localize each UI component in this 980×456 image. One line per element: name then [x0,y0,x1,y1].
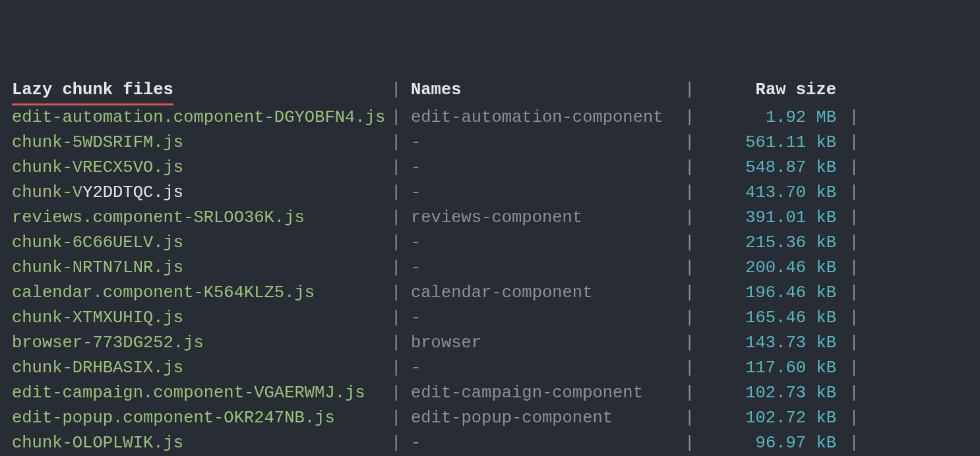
raw-size: 215.36 kB [745,233,836,252]
table-row: chunk-5WDSRIFM.js|-|561.11 kB | [12,130,968,156]
table-row: chunk-OLOPLWIK.js|-|96.97 kB | [12,431,968,456]
pipe-separator: | [685,256,704,281]
pipe-separator: | [836,406,859,431]
file-name: chunk-DRHBASIX.js [12,358,183,378]
chunk-name: browser [411,333,481,353]
pipe-separator: | [391,130,411,156]
pipe-separator: | [685,381,704,406]
table-row: browser-773DG252.js|browser|143.73 kB | [12,331,968,356]
raw-size: 1.92 MB [766,108,836,127]
pipe-separator: | [391,431,411,456]
file-name: chunk-OLOPLWIK.js [12,434,183,453]
pipe-separator: | [391,206,411,231]
chunk-name: reviews-component [411,208,582,227]
pipe-separator: | [391,406,411,431]
pipe-separator: | [836,105,859,130]
pipe-separator: | [836,256,859,281]
pipe-separator: | [685,206,704,231]
chunk-name: edit-automation-component [411,108,663,127]
pipe-separator: | [391,78,411,103]
file-name: calendar.component-K564KLZ5.js [12,283,315,302]
pipe-separator: | [836,381,859,406]
pipe-separator: | [836,306,859,331]
raw-size: 561.11 kB [745,133,836,152]
pipe-separator: | [391,356,411,381]
table-row: chunk-VY2DDTQC.js|-|413.70 kB | [12,181,968,206]
chunk-name: - [411,308,421,328]
table-row: calendar.component-K564KLZ5.js|calendar-… [12,281,968,306]
table-row: chunk-XTMXUHIQ.js|-|165.46 kB | [12,306,968,331]
file-name: chunk-VRECX5VO.js [12,158,183,177]
pipe-separator: | [836,181,859,206]
col-header-names: Names [411,80,462,100]
pipe-separator: | [391,306,411,331]
pipe-separator: | [685,231,704,256]
table-row: chunk-DRHBASIX.js|-|117.60 kB | [12,356,968,381]
file-name: browser-773DG252.js [12,333,204,353]
raw-size: 143.73 kB [745,333,836,353]
raw-size: 102.72 kB [745,409,836,428]
raw-size: 117.60 kB [745,358,836,378]
table-row: chunk-VRECX5VO.js|-|548.87 kB | [12,156,968,181]
raw-size: 200.46 kB [745,258,836,277]
chunk-name: - [411,358,421,378]
file-name: reviews.component-SRLOO36K.js [12,208,305,227]
pipe-separator: | [391,181,411,206]
pipe-separator: | [836,281,859,306]
table-row: reviews.component-SRLOO36K.js|reviews-co… [12,206,968,231]
pipe-separator: | [836,356,859,381]
pipe-separator: | [685,281,704,306]
file-name: chunk-XTMXUHIQ.js [12,308,183,328]
pipe-separator: | [391,156,411,181]
table-row: edit-automation.component-DGYOBFN4.js|ed… [12,105,968,130]
table-row: edit-campaign.component-VGAERWMJ.js|edit… [12,381,968,406]
file-name: chunk-5WDSRIFM.js [12,133,183,152]
chunk-name: - [411,183,421,202]
pipe-separator: | [685,130,704,156]
pipe-separator: | [685,78,704,103]
table-row: chunk-NRTN7LNR.js|-|200.46 kB | [12,256,968,281]
chunk-name: calendar-component [411,283,592,302]
raw-size: 102.73 kB [745,384,836,403]
pipe-separator: | [391,105,411,130]
raw-size: 96.97 kB [756,434,836,453]
pipe-separator: | [685,331,704,356]
pipe-separator: | [391,231,411,256]
pipe-separator: | [685,181,704,206]
pipe-separator: | [836,331,859,356]
chunk-name: - [411,158,421,177]
pipe-separator: | [836,231,859,256]
terminal-output: Lazy chunk files|Names|Raw sizeedit-auto… [0,0,980,456]
pipe-separator: | [685,406,704,431]
file-name: edit-popup.component-OKR247NB.js [12,409,335,428]
pipe-separator: | [685,105,704,130]
file-name: chunk-6C66UELV.js [12,233,183,252]
chunk-name: edit-popup-component [411,409,613,428]
chunk-name: - [411,233,421,252]
file-name: chunk-NRTN7LNR.js [12,258,183,277]
pipe-separator: | [836,156,859,181]
pipe-separator: | [685,431,704,456]
file-name: Y2DDTQC.js [82,183,183,202]
file-name: edit-campaign.component-VGAERWMJ.js [12,384,365,403]
table-row: chunk-6C66UELV.js|-|215.36 kB | [12,231,968,256]
pipe-separator: | [685,156,704,181]
file-name: edit-automation.component-DGYOBFN4.js [12,108,385,127]
pipe-separator: | [836,431,859,456]
col-header-files: Lazy chunk files [12,78,173,105]
col-header-size: Raw size [756,80,836,100]
table-header-row: Lazy chunk files|Names|Raw size [12,78,968,105]
pipe-separator: | [391,331,411,356]
pipe-separator: | [685,306,704,331]
raw-size: 165.46 kB [745,308,836,328]
chunk-name: edit-campaign-component [411,384,643,403]
raw-size: 391.01 kB [745,208,836,227]
raw-size: 548.87 kB [745,158,836,177]
pipe-separator: | [391,281,411,306]
table-row: edit-popup.component-OKR247NB.js|edit-po… [12,406,968,431]
raw-size: 196.46 kB [745,283,836,302]
pipe-separator: | [391,381,411,406]
pipe-separator: | [836,130,859,156]
pipe-separator: | [685,356,704,381]
raw-size: 413.70 kB [745,183,836,202]
